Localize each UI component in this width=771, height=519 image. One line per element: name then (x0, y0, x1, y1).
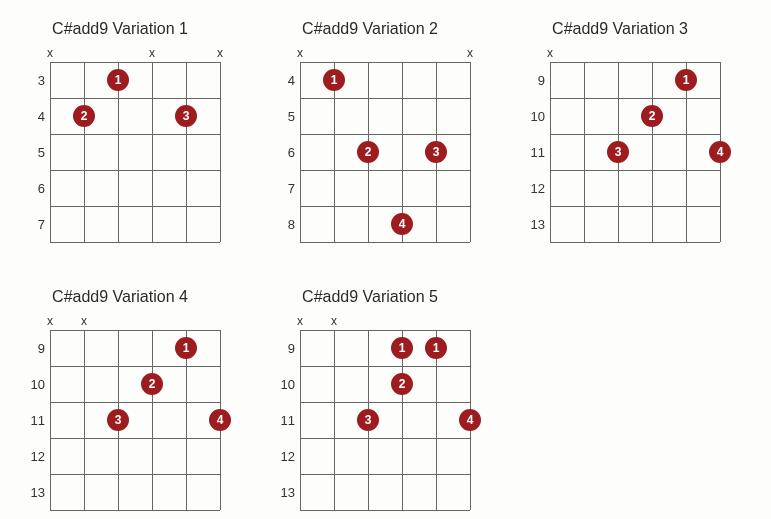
finger-dot: 4 (709, 141, 731, 163)
mute-marker: x (547, 48, 553, 58)
finger-dot: 3 (425, 141, 447, 163)
finger-dot: 1 (323, 69, 345, 91)
string-line (84, 330, 85, 510)
fret-line (50, 510, 220, 511)
fret-number: 6 (20, 181, 45, 196)
mute-marker: x (47, 316, 53, 326)
fret-number: 4 (20, 109, 45, 124)
fretboard (50, 62, 220, 242)
fret-number: 7 (270, 181, 295, 196)
fret-line (550, 206, 720, 207)
fret-number: 13 (270, 485, 295, 500)
fretboard-diagram: xxx34567123 (20, 48, 220, 248)
fret-line (50, 438, 220, 439)
fret-number: 7 (20, 217, 45, 232)
fret-number: 11 (270, 413, 295, 428)
finger-dot: 2 (73, 105, 95, 127)
fret-number: 6 (270, 145, 295, 160)
fret-line (50, 62, 220, 63)
string-line (334, 330, 335, 510)
finger-dot: 4 (209, 409, 231, 431)
string-line (300, 62, 301, 242)
finger-dot: 4 (459, 409, 481, 431)
fretboard-diagram: xx456781234 (270, 48, 470, 248)
fret-line (550, 98, 720, 99)
fret-line (300, 242, 470, 243)
fret-number: 4 (270, 73, 295, 88)
string-markers: xxx (50, 48, 220, 60)
fret-line (50, 206, 220, 207)
fret-line (50, 98, 220, 99)
fret-line (50, 330, 220, 331)
chord-diagram: C#add9 Variation 4xx9101112131234 (20, 288, 220, 516)
mute-marker: x (217, 48, 223, 58)
fret-line (50, 402, 220, 403)
fret-line (300, 134, 470, 135)
fret-number: 11 (20, 413, 45, 428)
fret-line (50, 134, 220, 135)
string-markers: xx (300, 48, 470, 60)
fretboard-diagram: x9101112131234 (520, 48, 720, 248)
finger-dot: 3 (107, 409, 129, 431)
fret-number: 9 (20, 341, 45, 356)
fret-number: 12 (270, 449, 295, 464)
fret-line (300, 366, 470, 367)
chord-title: C#add9 Variation 4 (20, 288, 220, 306)
finger-dot: 3 (175, 105, 197, 127)
chord-diagram: C#add9 Variation 3x9101112131234 (520, 20, 720, 248)
fret-line (550, 134, 720, 135)
fretboard (300, 330, 470, 510)
fret-number: 12 (520, 181, 545, 196)
fret-number: 10 (520, 109, 545, 124)
string-markers: xx (50, 316, 220, 328)
fretboard-diagram: xx9101112131234 (20, 316, 220, 516)
chord-title: C#add9 Variation 5 (270, 288, 470, 306)
fretboard (50, 330, 220, 510)
string-line (186, 62, 187, 242)
chord-diagram: C#add9 Variation 1xxx34567123 (20, 20, 220, 248)
mute-marker: x (467, 48, 473, 58)
fret-line (50, 170, 220, 171)
fretboard (550, 62, 720, 242)
fret-number: 3 (20, 73, 45, 88)
fret-line (550, 170, 720, 171)
fret-number: 13 (20, 485, 45, 500)
string-line (50, 62, 51, 242)
string-line (50, 330, 51, 510)
string-line (152, 62, 153, 242)
fret-number: 9 (270, 341, 295, 356)
fret-number: 8 (270, 217, 295, 232)
chord-title: C#add9 Variation 3 (520, 20, 720, 38)
finger-dot: 2 (141, 373, 163, 395)
fret-number: 11 (520, 145, 545, 160)
finger-dot: 2 (641, 105, 663, 127)
fret-line (550, 62, 720, 63)
fret-line (50, 366, 220, 367)
fret-number: 13 (520, 217, 545, 232)
finger-dot: 2 (357, 141, 379, 163)
mute-marker: x (47, 48, 53, 58)
string-line (652, 62, 653, 242)
mute-marker: x (149, 48, 155, 58)
finger-dot: 1 (425, 337, 447, 359)
string-line (550, 62, 551, 242)
finger-dot: 1 (107, 69, 129, 91)
string-line (220, 62, 221, 242)
chord-diagram: C#add9 Variation 5xx91011121311234 (270, 288, 470, 516)
mute-marker: x (331, 316, 337, 326)
chord-diagram: C#add9 Variation 2xx456781234 (270, 20, 470, 248)
fret-line (50, 242, 220, 243)
string-line (584, 62, 585, 242)
string-line (152, 330, 153, 510)
fret-line (300, 206, 470, 207)
string-markers: xx (300, 316, 470, 328)
fret-line (300, 438, 470, 439)
fret-line (300, 330, 470, 331)
string-line (300, 330, 301, 510)
fret-number: 12 (20, 449, 45, 464)
fret-line (300, 510, 470, 511)
mute-marker: x (297, 48, 303, 58)
chord-title: C#add9 Variation 1 (20, 20, 220, 38)
fret-number: 5 (20, 145, 45, 160)
fret-number: 10 (20, 377, 45, 392)
